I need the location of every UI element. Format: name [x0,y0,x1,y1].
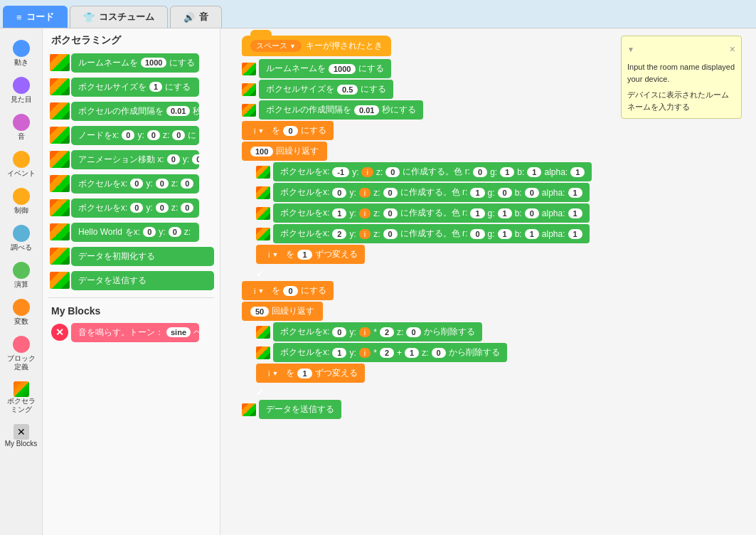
key-dropdown[interactable]: スペース ▼ [250,40,302,52]
voxel-icon [242,63,256,75]
palette-node-pos[interactable]: ノードをx: 0 y: 0 z: 0 に [48,125,214,145]
top-tabs: ≡ コード 👕 コスチューム 🔊 音 [0,0,756,28]
script-voxel-1: ボクセルをx: 1 y: i z: 0 に作成する。色 r: 1 g: 1 b:… [256,203,640,223]
tooltip-arrow-icon: ▼ [627,44,634,55]
voxel-icon [256,207,270,220]
tab-code[interactable]: ≡ コード [3,6,68,28]
script-voxel-del-0: ボクセルをx: 0 y: i * 2 z: 0 から削除する [256,322,640,341]
sidebar-item-voxel[interactable]: ボクセラミング [1,377,41,418]
script-set-i-0-2: i ▼ を 0 にする [242,281,640,300]
myblocks-title: My Blocks [48,305,214,317]
palette-hello-world[interactable]: Hello World をx: 0 y: 0 z: [48,222,214,242]
script-container: スペース ▼ キーが押されたとき ルームネームを 1000 にする [242,36,640,420]
voxel-icon [256,186,270,199]
script-voxel-size: ボクセルサイズを 0.5 にする [242,80,640,99]
sidebar-item-sensing[interactable]: 調べる [1,221,41,256]
sidebar-item-events[interactable]: イベント [1,147,41,182]
palette-data-send[interactable]: データを送信する [48,270,214,290]
script-area: スペース ▼ キーが押されたとき ルームネームを 1000 にする [220,28,756,535]
voxel-icon [256,166,270,179]
palette-voxel-create1[interactable]: ボクセルをx: 0 y: 0 z: 0 [48,174,214,194]
voxel-icon [256,346,270,359]
tooltip-close-button[interactable]: × [730,42,735,57]
palette-voxel-interval[interactable]: ボクセルの作成間隔を 0.01 秒にする [48,101,214,121]
loop-arrow-2: ↙ [242,384,640,398]
script-voxel-0: ボクセルをx: 0 y: i z: 0 に作成する。色 r: 1 g: 0 b:… [256,183,640,202]
script-change-i-1: i ▼ を 1 ずつ変える [256,245,640,264]
voxel-icon [242,104,256,117]
var-dropdown-i2[interactable]: i ▼ [263,250,283,260]
hat-block-key-pressed: スペース ▼ キーが押されたとき [242,36,391,56]
voxel-icon [256,228,270,240]
sidebar-item-operators[interactable]: 演算 [1,258,41,293]
script-voxel-interval: ボクセルの作成間隔を 0.01 秒にする [242,100,640,120]
sidebar-icons: 動き 見た目 音 イベント 制御 調べる 演算 変数 [0,28,43,535]
script-voxel-del-1: ボクセルをx: 1 y: i * 2 + 1 z: 0 から削除する [256,343,640,362]
tooltip-text-en: Input the room name displayed your devic… [627,61,735,85]
tooltip-text-ja: デバイスに表示されたルームネームを入力する [627,89,735,112]
blocks-palette: ボクセラミング ルームネームを 1000 にする ボクセルサイズを 1 にする … [43,28,220,535]
sidebar-item-control[interactable]: 制御 [1,184,41,219]
sidebar-item-looks[interactable]: 見た目 [1,73,41,108]
script-change-i-2: i ▼ を 1 ずつ変える [256,364,640,383]
script-loop-50: 50 回繰り返す [242,302,640,321]
var-dropdown-i3[interactable]: i ▼ [249,286,269,296]
sidebar-item-variables[interactable]: 変数 [1,295,41,330]
main-area: 動き 見た目 音 イベント 制御 調べる 演算 変数 [0,28,756,535]
palette-voxel-size[interactable]: ボクセルサイズを 1 にする [48,77,214,97]
palette-title: ボクセラミング [48,34,214,47]
voxel-icon [242,83,256,96]
var-dropdown-i4[interactable]: i ▼ [263,369,283,378]
palette-voxel-create2[interactable]: ボクセルをx: 0 y: 0 z: 0 [48,198,214,218]
tab-costume[interactable]: 👕 コスチューム [70,6,168,28]
palette-anim-move[interactable]: アニメーション移動 x: 0 y: 0 [48,149,214,169]
tooltip-header: ▼ × [627,42,735,57]
loop-arrow-1: ↙ [242,265,640,280]
voxel-icon [242,403,256,416]
costume-icon: 👕 [83,12,95,23]
code-icon: ≡ [16,12,22,23]
script-send-data: データを送信する [242,400,640,419]
tooltip-box: ▼ × Input the room name displayed your d… [621,36,742,119]
script-voxel-2: ボクセルをx: 2 y: i z: 0 に作成する。色 r: 0 g: 1 b:… [256,224,640,243]
script-loop-100: 100 回繰り返す [242,142,640,161]
script-room-name: ルームネームを 1000 にする [242,59,640,78]
palette-play-sound[interactable]: ✕ 音を鳴らす。トーン： sine ヘルツ: [48,322,214,342]
voxel-icon [256,326,270,339]
sidebar-item-myblocks[interactable]: ✕ My Blocks [1,420,41,452]
tab-sound[interactable]: 🔊 音 [170,6,222,28]
script-set-i-0: i ▼ を 0 にする [242,121,640,140]
sidebar-item-myblocks-def[interactable]: ブロック定義 [1,332,41,376]
script-voxel-neg1: ボクセルをx: -1 y: i z: 0 に作成する。色 r: 0 g: 1 b… [256,162,640,181]
palette-data-init[interactable]: データを初期化する [48,246,214,266]
var-dropdown-i[interactable]: i ▼ [249,126,269,136]
sidebar-item-motion[interactable]: 動き [1,36,41,71]
sidebar-item-sound[interactable]: 音 [1,110,41,145]
palette-room-name[interactable]: ルームネームを 1000 にする [48,53,214,73]
sound-icon: 🔊 [183,12,195,23]
